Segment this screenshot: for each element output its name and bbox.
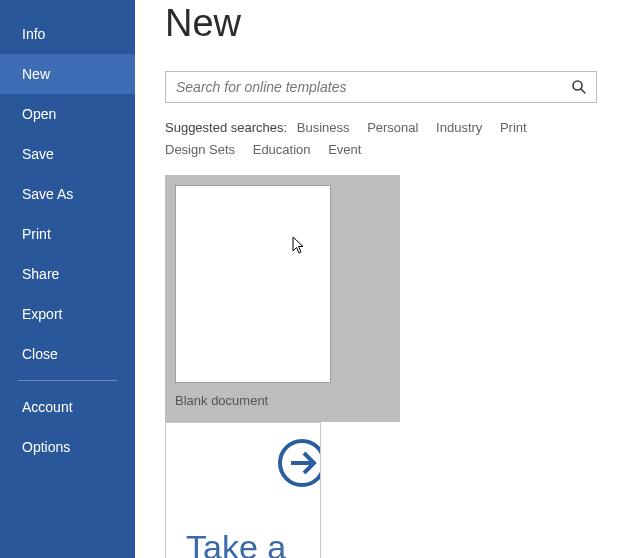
- suggested-searches: Suggested searches: Business Personal In…: [165, 117, 597, 161]
- sidebar-item-open[interactable]: Open: [0, 94, 135, 134]
- suggested-link-business[interactable]: Business: [297, 117, 350, 139]
- backstage-sidebar: Info New Open Save Save As Print Share E…: [0, 0, 135, 558]
- template-grid: Blank document Take a tour W: [165, 175, 622, 558]
- template-search[interactable]: [165, 71, 597, 103]
- sidebar-item-new[interactable]: New: [0, 54, 135, 94]
- svg-line-1: [581, 89, 585, 93]
- sidebar-item-save[interactable]: Save: [0, 134, 135, 174]
- suggested-link-event[interactable]: Event: [328, 139, 361, 161]
- tour-heading: Take a tour: [186, 530, 286, 558]
- sidebar-item-account[interactable]: Account: [0, 387, 135, 427]
- sidebar-item-close[interactable]: Close: [0, 334, 135, 374]
- template-caption: Blank document: [165, 393, 400, 422]
- sidebar-item-options[interactable]: Options: [0, 427, 135, 467]
- search-icon: [571, 79, 587, 95]
- sidebar-item-save-as[interactable]: Save As: [0, 174, 135, 214]
- cursor-icon: [292, 236, 308, 256]
- template-thumb-blank: [175, 185, 331, 383]
- suggested-link-print[interactable]: Print: [500, 117, 527, 139]
- suggested-link-industry[interactable]: Industry: [436, 117, 482, 139]
- template-caption-text: Blank document: [175, 393, 268, 408]
- suggested-link-personal[interactable]: Personal: [367, 117, 418, 139]
- template-blank-document[interactable]: Blank document: [165, 175, 400, 422]
- page-title: New: [165, 2, 622, 45]
- suggested-label: Suggested searches:: [165, 120, 287, 135]
- sidebar-item-info[interactable]: Info: [0, 14, 135, 54]
- main-panel: New Suggested searches: Business Persona…: [135, 0, 622, 558]
- sidebar-divider: [18, 380, 117, 381]
- template-thumb-tour: Take a tour: [165, 422, 321, 558]
- search-input[interactable]: [166, 79, 562, 95]
- sidebar-item-export[interactable]: Export: [0, 294, 135, 334]
- template-welcome-tour[interactable]: Take a tour Welcome to Word: [165, 422, 400, 558]
- search-button[interactable]: [562, 72, 596, 102]
- sidebar-item-print[interactable]: Print: [0, 214, 135, 254]
- suggested-link-education[interactable]: Education: [253, 139, 311, 161]
- arrow-right-circle-icon: [274, 435, 321, 491]
- suggested-link-designsets[interactable]: Design Sets: [165, 139, 235, 161]
- sidebar-item-share[interactable]: Share: [0, 254, 135, 294]
